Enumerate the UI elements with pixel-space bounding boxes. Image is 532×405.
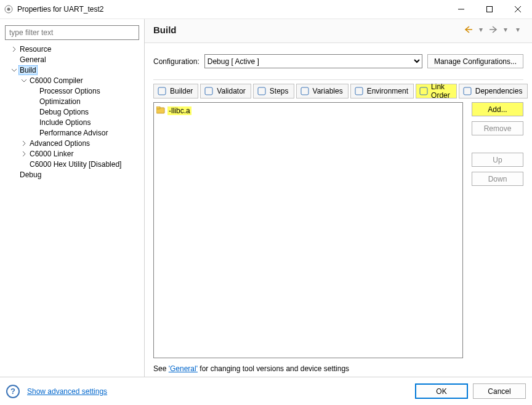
chevron-right-icon[interactable] [20,139,28,148]
maximize-button[interactable] [475,0,504,18]
filter-input[interactable] [5,25,139,40]
general-link[interactable]: 'General' [169,364,198,373]
no-icon [30,97,38,106]
svg-point-1 [7,8,10,11]
ok-button[interactable]: OK [415,383,468,399]
link-order-list[interactable]: -llibc.a [153,102,463,358]
tab-label: Link Order [431,82,451,100]
back-menu[interactable]: ▾ [475,24,486,35]
list-buttons: Add... Remove Up Down [472,102,523,358]
config-select[interactable]: Debug [ Active ] [204,54,422,68]
steps-icon [257,86,267,96]
tree-item-label: General [18,55,47,64]
config-label: Configuration: [153,57,200,66]
window-controls [447,0,532,18]
tree-item[interactable]: Advanced Options [0,138,144,148]
no-icon [20,160,28,169]
svg-rect-10 [355,87,363,95]
tab-steps[interactable]: Steps [253,84,294,98]
tab-label: Dependencies [475,87,523,95]
panel-title: Build [153,25,463,35]
back-button[interactable] [463,24,474,35]
forward-button[interactable] [488,24,499,35]
tab-environment[interactable]: Environment [350,84,414,98]
tree-item[interactable]: Debug Options [0,106,144,117]
separator [153,79,523,80]
list-item[interactable]: -llibc.a [156,105,460,116]
tree-item-label: Performance Advisor [38,129,109,137]
tab-link-order[interactable]: Link Order [416,84,457,98]
tree-item-label: Debug [18,170,42,179]
window-title: Properties for UART_test2 [17,5,447,14]
tree-item[interactable]: Performance Advisor [0,127,144,138]
tree-item-label: C6000 Compiler [28,76,84,85]
cancel-button[interactable]: Cancel [473,383,526,399]
tab-builder[interactable]: Builder [153,84,198,98]
tab-label: Steps [270,87,289,95]
svg-rect-9 [301,87,308,95]
config-row: Configuration: Debug [ Active ] Manage C… [153,54,523,68]
tree-item-label: Include Options [38,118,92,127]
content-panel: Build ▾ ▾ ▾ Configuration: Debug [ Activ… [144,19,532,377]
svg-rect-12 [464,87,471,95]
tree-item-label: C6000 Hex Utility [Disabled] [28,160,123,169]
tab-validator[interactable]: Validator [200,84,251,98]
tree-item[interactable]: Processor Options [0,86,144,96]
chevron-down-icon[interactable] [20,76,28,85]
tree-item-label: Processor Options [38,87,102,95]
tree-item[interactable]: Resource [0,44,144,54]
chevron-right-icon[interactable] [20,150,28,158]
tab-label: Variables [313,87,343,95]
deps-icon [462,86,472,96]
tree-item[interactable]: C6000 Compiler [0,75,144,86]
tree-item[interactable]: Build [0,65,144,75]
variables-icon [300,86,310,96]
link-order-area: -llibc.a Add... Remove Up Down [153,102,523,358]
tab-label: Builder [170,87,193,95]
show-advanced-link[interactable]: Show advanced settings [27,387,107,396]
tree-item-label: Advanced Options [28,139,91,148]
svg-rect-3 [487,7,493,12]
tree-item[interactable]: C6000 Hex Utility [Disabled] [0,159,144,169]
tab-dependencies[interactable]: Dependencies [459,84,528,98]
svg-rect-14 [156,106,160,109]
view-menu[interactable]: ▾ [512,24,523,35]
no-icon [10,170,18,179]
sidebar: ResourceGeneralBuildC6000 CompilerProces… [0,19,144,377]
forward-menu[interactable]: ▾ [500,24,511,35]
tabs: BuilderValidatorStepsVariablesEnvironmen… [153,84,523,98]
filter-box [5,25,139,40]
chevron-down-icon[interactable] [10,66,18,74]
list-item-label: -llibc.a [167,106,191,115]
tab-variables[interactable]: Variables [296,84,349,98]
add-button[interactable]: Add... [472,102,523,116]
file-icon [156,106,165,116]
tree-item-label: Resource [18,45,52,54]
no-icon [30,118,38,127]
tree-item-label: Optimization [38,97,82,106]
environment-icon [354,86,364,96]
no-icon [10,55,18,64]
help-icon[interactable]: ? [6,385,20,398]
tree-item[interactable]: Debug [0,169,144,180]
tree-item-label: C6000 Linker [28,150,75,158]
down-button[interactable]: Down [472,172,523,186]
nav-tree[interactable]: ResourceGeneralBuildC6000 CompilerProces… [0,44,144,377]
tree-item[interactable]: Include Options [0,117,144,127]
app-icon [4,4,14,14]
footnote: See 'General' for changing tool versions… [153,358,523,377]
up-button[interactable]: Up [472,153,523,167]
svg-rect-11 [420,87,427,95]
tree-item[interactable]: General [0,54,144,65]
tree-item[interactable]: C6000 Linker [0,148,144,159]
panel-body: Configuration: Debug [ Active ] Manage C… [145,43,532,377]
close-button[interactable] [504,0,532,18]
svg-rect-8 [258,87,265,95]
minimize-button[interactable] [447,0,475,18]
chevron-right-icon[interactable] [10,45,18,54]
tree-item[interactable]: Optimization [0,96,144,106]
tree-item-label: Build [18,65,38,75]
remove-button[interactable]: Remove [472,121,523,135]
manage-config-button[interactable]: Manage Configurations... [427,54,523,68]
panel-header: Build ▾ ▾ ▾ [145,19,532,43]
